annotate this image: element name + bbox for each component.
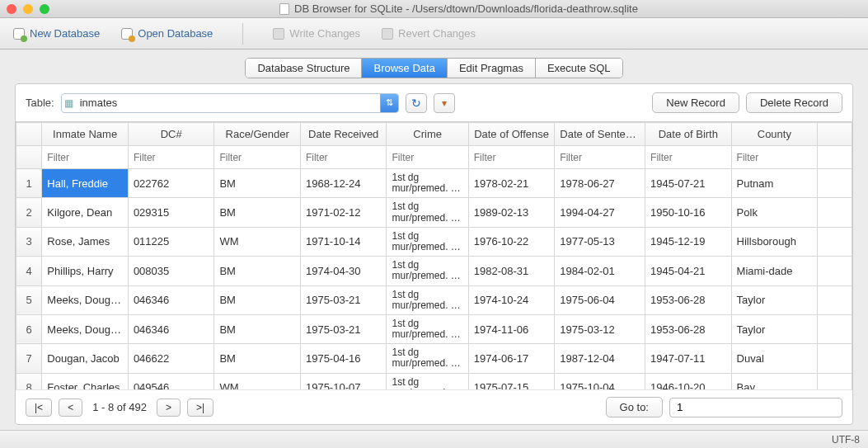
cell-dc[interactable]: 011225 [128, 227, 214, 256]
cell-sent[interactable]: 1994-04-27 [555, 198, 645, 227]
cell-off[interactable]: 1989-02-13 [468, 198, 555, 227]
cell-dob[interactable]: 1945-07-21 [645, 169, 732, 198]
cell-rg[interactable]: WM [214, 227, 301, 256]
cell-dob[interactable]: 1947-07-11 [645, 344, 732, 373]
cell-crime[interactable]: 1st dg mur/premed. … [387, 285, 468, 314]
cell-crime[interactable]: 1st dg mur/premed. … [387, 198, 468, 227]
cell-name[interactable]: Dougan, Jacob [42, 344, 129, 373]
data-grid[interactable]: Inmate Name DC# Race/Gender Date Receive… [16, 121, 852, 389]
write-changes-button[interactable]: Write Changes [273, 27, 360, 40]
cell-off[interactable]: 1974-11-06 [468, 314, 555, 343]
cell-sent[interactable]: 1987-12-04 [555, 344, 645, 373]
cell-dob[interactable]: 1946-10-20 [645, 373, 732, 389]
rownum[interactable]: 1 [16, 169, 42, 198]
cell-dc[interactable]: 008035 [128, 257, 214, 285]
delete-record-button[interactable]: Delete Record [746, 92, 842, 113]
col-inmate-name[interactable]: Inmate Name [42, 123, 129, 146]
rownum[interactable]: 3 [16, 227, 42, 256]
col-date-birth[interactable]: Date of Birth [645, 123, 732, 146]
cell-rg[interactable]: WM [214, 373, 301, 389]
cell-crime[interactable]: 1st dg mur/premed. … [387, 314, 468, 343]
cell-crime[interactable]: 1st dg mur/premed. … [387, 169, 468, 198]
cell-sent[interactable]: 1975-10-04 [555, 373, 645, 389]
table-row[interactable]: 1Hall, Freddie022762BM1968-12-241st dg m… [16, 169, 852, 198]
cell-name[interactable]: Meeks, Douglas [42, 285, 129, 314]
cell-county[interactable]: Duval [731, 344, 818, 373]
table-row[interactable]: 2Kilgore, Dean029315BM1971-02-121st dg m… [16, 198, 852, 227]
cell-rg[interactable]: BM [214, 169, 301, 198]
close-icon[interactable] [7, 4, 16, 14]
cell-dc[interactable]: 049546 [128, 373, 214, 389]
col-date-offense[interactable]: Date of Offense [468, 123, 555, 146]
cell-rg[interactable]: BM [214, 344, 301, 373]
cell-recv[interactable]: 1975-03-21 [300, 285, 387, 314]
cell-off[interactable]: 1978-02-21 [468, 169, 555, 198]
tab-structure[interactable]: Database Structure [246, 59, 362, 78]
table-row[interactable]: 6Meeks, Douglas046346BM1975-03-211st dg … [16, 314, 852, 343]
rownum[interactable]: 2 [16, 198, 42, 227]
cell-rg[interactable]: BM [214, 285, 301, 314]
filter-date-offense[interactable] [469, 149, 555, 167]
cell-county[interactable]: Polk [731, 198, 818, 227]
table-row[interactable]: 7Dougan, Jacob046622BM1975-04-161st dg m… [16, 344, 852, 373]
rownum[interactable]: 4 [16, 257, 42, 285]
cell-off[interactable]: 1982-08-31 [468, 257, 555, 285]
open-database-button[interactable]: Open Database [121, 27, 213, 40]
cell-county[interactable]: Putnam [731, 169, 818, 198]
tab-pragmas[interactable]: Edit Pragmas [448, 59, 536, 78]
cell-sent[interactable]: 1975-06-04 [555, 285, 645, 314]
cell-rg[interactable]: BM [214, 198, 301, 227]
cell-crime[interactable]: 1st dg mur/premed [387, 373, 468, 389]
first-page-button[interactable]: |< [26, 398, 52, 417]
filter-date-received[interactable] [301, 149, 387, 167]
cell-county[interactable]: Bay [731, 373, 818, 389]
cell-county[interactable]: Taylor [731, 285, 818, 314]
filter-crime[interactable] [387, 149, 467, 167]
cell-crime[interactable]: 1st dg mur/premed. … [387, 257, 468, 285]
cell-off[interactable]: 1975-07-15 [468, 373, 555, 389]
cell-rg[interactable]: BM [214, 257, 301, 285]
table-row[interactable]: 8Foster, Charles049546WM1975-10-071st dg… [16, 373, 852, 389]
rownum[interactable]: 6 [16, 314, 42, 343]
next-page-button[interactable]: > [157, 398, 181, 417]
cell-off[interactable]: 1976-10-22 [468, 227, 555, 256]
cell-spacer[interactable] [818, 169, 852, 198]
col-date-received[interactable]: Date Received [300, 123, 387, 146]
cell-sent[interactable]: 1977-05-13 [555, 227, 645, 256]
col-crime[interactable]: Crime [387, 123, 468, 146]
new-database-button[interactable]: New Database [13, 27, 100, 40]
new-record-button[interactable]: New Record [652, 92, 739, 113]
cell-county[interactable]: Taylor [731, 314, 818, 343]
cell-dob[interactable]: 1950-10-16 [645, 198, 732, 227]
revert-changes-button[interactable]: Revert Changes [382, 27, 476, 40]
rownum[interactable]: 8 [16, 373, 42, 389]
last-page-button[interactable]: >| [187, 398, 213, 417]
tab-execute[interactable]: Execute SQL [536, 59, 622, 78]
filter-county[interactable] [732, 149, 818, 167]
cell-dob[interactable]: 1953-06-28 [645, 285, 732, 314]
cell-spacer[interactable] [818, 257, 852, 285]
cell-crime[interactable]: 1st dg mur/premed. … [387, 227, 468, 256]
cell-spacer[interactable] [818, 344, 852, 373]
rownum[interactable]: 7 [16, 344, 42, 373]
cell-dob[interactable]: 1945-04-21 [645, 257, 732, 285]
cell-recv[interactable]: 1975-10-07 [300, 373, 387, 389]
cell-county[interactable]: Hillsborough [731, 227, 818, 256]
cell-sent[interactable]: 1978-06-27 [555, 169, 645, 198]
rownum-header[interactable] [16, 123, 42, 146]
cell-dc[interactable]: 022762 [128, 169, 214, 198]
cell-name[interactable]: Kilgore, Dean [42, 198, 129, 227]
cell-recv[interactable]: 1968-12-24 [300, 169, 387, 198]
cell-recv[interactable]: 1971-02-12 [300, 198, 387, 227]
cell-crime[interactable]: 1st dg mur/premed. … [387, 344, 468, 373]
goto-button[interactable]: Go to: [606, 397, 663, 417]
cell-name[interactable]: Hall, Freddie [42, 169, 129, 198]
cell-sent[interactable]: 1984-02-01 [555, 257, 645, 285]
table-row[interactable]: 3Rose, James011225WM1971-10-141st dg mur… [16, 227, 852, 256]
cell-name[interactable]: Foster, Charles [42, 373, 129, 389]
cell-county[interactable]: Miami-dade [731, 257, 818, 285]
col-county[interactable]: County [731, 123, 818, 146]
filter-dc[interactable] [129, 149, 214, 167]
minimize-icon[interactable] [23, 4, 33, 14]
table-row[interactable]: 5Meeks, Douglas046346BM1975-03-211st dg … [16, 285, 852, 314]
